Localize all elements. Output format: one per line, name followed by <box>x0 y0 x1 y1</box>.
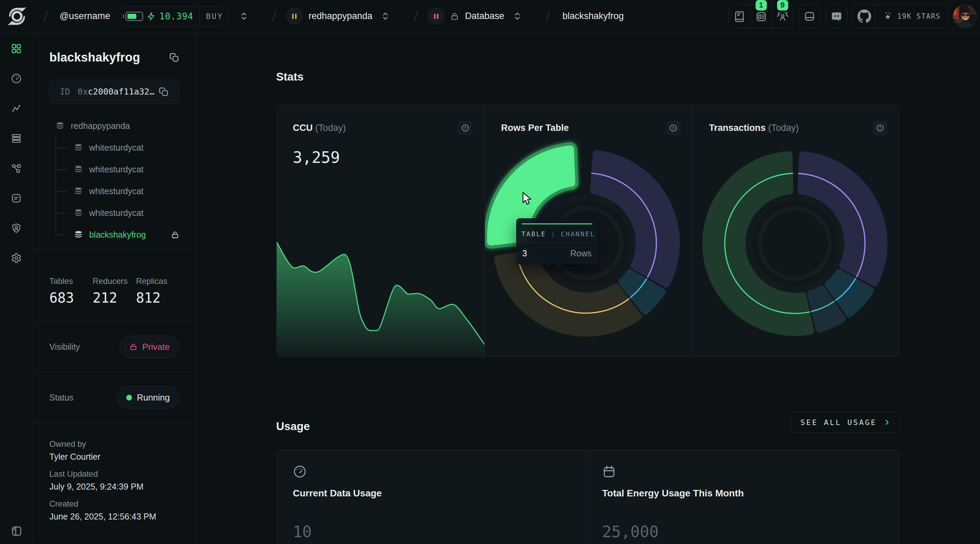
tx-card-suffix: (Today) <box>768 123 799 133</box>
buy-button[interactable]: BUY <box>199 7 229 25</box>
sidebar-collapse-button[interactable] <box>11 525 22 536</box>
chevrons-up-down-icon <box>239 11 248 21</box>
spacetimedb-logo[interactable] <box>6 5 28 27</box>
rail-item-connections[interactable] <box>11 163 22 174</box>
breadcrumb-database: Database <box>428 8 522 24</box>
tree-item-database-selected[interactable]: blackshakyfrog <box>74 224 179 246</box>
card-header: Transactions (Today) <box>709 121 887 135</box>
mouse-cursor <box>522 192 533 205</box>
file-text-icon <box>11 193 22 204</box>
users-icon <box>776 11 789 23</box>
rows-card-title: Rows Per Table <box>501 123 569 133</box>
chart-scatter-icon <box>11 103 22 114</box>
tree-item-database[interactable]: whitesturdycat <box>74 180 179 202</box>
shield-user-icon <box>11 223 22 233</box>
network-icon <box>11 163 22 174</box>
tooltip-header: TABLE : CHANNEL <box>522 224 592 243</box>
divider <box>33 249 195 249</box>
lock-icon <box>450 12 459 21</box>
rows-per-table-card: Rows Per Table TABLE : CHANNEL 3Rows <box>485 105 692 357</box>
module-pause-button[interactable] <box>286 8 303 24</box>
database-icon <box>74 165 83 174</box>
usage-heading: Usage <box>276 420 310 433</box>
stats-heading: Stats <box>276 70 900 83</box>
info-icon <box>669 124 677 132</box>
rail-bottom <box>0 525 32 536</box>
credits-balance: 10.394 <box>117 7 199 25</box>
rail-item-settings[interactable] <box>11 253 22 263</box>
main-content: Stats CCU (Today) 3,259 Rows Per Table T… <box>196 33 980 544</box>
database-pause-button[interactable] <box>428 8 444 24</box>
breadcrumb-module: redhappypanda <box>286 8 390 24</box>
pause-icon <box>433 13 440 20</box>
rail-item-metrics[interactable] <box>11 103 22 114</box>
github-stars-button[interactable]: 19K STARS <box>875 5 947 28</box>
changelog-badge: 1 <box>756 0 767 11</box>
rail-item-logs[interactable] <box>11 193 22 204</box>
tx-info-button[interactable] <box>873 121 887 135</box>
data-usage-value: 10 <box>293 523 569 541</box>
transactions-donut-chart[interactable] <box>693 105 900 357</box>
info-icon <box>461 124 469 132</box>
rail-item-overview[interactable] <box>11 43 22 54</box>
lock-icon <box>129 343 137 351</box>
rail-item-permissions[interactable] <box>11 223 22 233</box>
discord-button[interactable] <box>826 5 847 28</box>
database-switcher-button[interactable] <box>513 11 522 21</box>
rail-item-dashboard[interactable] <box>11 73 22 84</box>
identity-pill: ID 0xc2000af11a32… <box>49 79 179 104</box>
avatar-image <box>953 5 977 28</box>
github-icon <box>857 9 872 24</box>
copy-name-button[interactable] <box>169 52 179 63</box>
sidebar-meta-block: Last UpdatedJuly 9, 2025, 9:24:39 PM <box>49 469 179 492</box>
breadcrumb-separator <box>413 10 418 23</box>
energy-usage-value: 25,000 <box>602 523 883 541</box>
breadcrumb-database-name[interactable]: Database <box>465 11 504 21</box>
database-icon <box>74 143 83 152</box>
breadcrumb-leaf[interactable]: blackshakyfrog <box>563 11 624 21</box>
tray-button[interactable] <box>799 5 821 28</box>
username[interactable]: @username <box>60 11 110 21</box>
energy-bolt-icon <box>147 11 156 21</box>
community-button[interactable]: 9 <box>772 5 793 29</box>
sidebar-stat: Tables683 <box>49 276 92 306</box>
breadcrumb-separator <box>272 10 277 23</box>
docs-button[interactable] <box>729 5 750 29</box>
energy-usage-unit: TsV <box>602 542 883 544</box>
id-label: ID <box>60 87 70 97</box>
github-button[interactable] <box>853 5 875 28</box>
rows-info-button[interactable] <box>666 121 680 135</box>
topbar-left: @username 10.394 BUY redhappypanda Datab… <box>6 0 624 32</box>
ccu-info-button[interactable] <box>458 121 472 135</box>
copy-icon <box>169 52 179 63</box>
tree-item-database[interactable]: whitesturdycat <box>74 202 179 224</box>
breadcrumb-module-name[interactable]: redhappypanda <box>309 11 372 21</box>
copy-icon <box>159 87 169 97</box>
tree-item-root[interactable]: redhappypanda <box>49 115 179 137</box>
status-badge: Running <box>117 386 179 409</box>
ccu-card-title: CCU <box>293 123 313 133</box>
database-icon <box>56 121 65 130</box>
usage-panel: Current Data Usage 10 Bytes Total Energy… <box>276 450 900 544</box>
copy-id-button[interactable] <box>159 87 169 97</box>
see-all-usage-button[interactable]: SEE ALL USAGE <box>791 412 899 433</box>
icon-rail <box>0 33 33 544</box>
status-row: Status Running <box>49 372 179 423</box>
layout-grid-icon <box>11 43 22 54</box>
card-header: CCU (Today) <box>293 121 472 135</box>
changelog-button[interactable]: 1 <box>750 5 772 29</box>
gauge-icon <box>11 73 22 84</box>
database-icon <box>74 230 83 239</box>
identity-switcher-button[interactable] <box>239 11 248 21</box>
tree-item-database[interactable]: whitesturdycat <box>74 159 179 180</box>
user-avatar[interactable] <box>953 5 977 28</box>
chevron-right-icon <box>883 418 891 427</box>
github-stars-label: 19K STARS <box>897 12 940 21</box>
module-switcher-button[interactable] <box>381 11 390 21</box>
tree-item-database[interactable]: whitesturdycat <box>74 137 179 159</box>
rail-item-tables[interactable] <box>11 133 22 144</box>
topbar: @username 10.394 BUY redhappypanda Datab… <box>0 0 980 33</box>
sidebar-stat: Reducers212 <box>92 276 136 306</box>
battery-icon <box>123 11 143 21</box>
visibility-badge[interactable]: Private <box>120 336 179 358</box>
